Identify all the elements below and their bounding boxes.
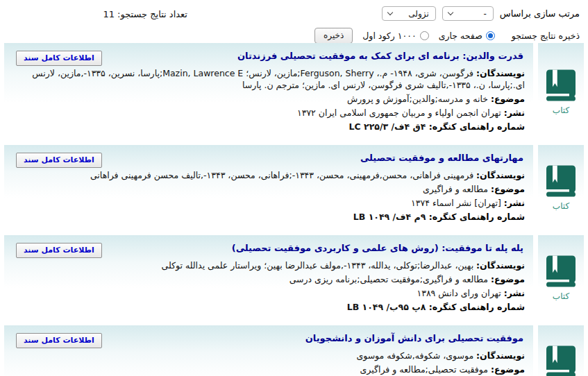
sort-row: مرتب سازی براساس - نزولی تعداد نتایج جست…	[0, 0, 588, 21]
save-button[interactable]: ذخیره	[314, 28, 353, 44]
publisher-label: نشر:	[504, 288, 525, 298]
publisher-line: نشر: [تهران] نشر اسماء ۱۳۷۴	[14, 197, 525, 209]
book-icon	[546, 255, 576, 288]
publisher-line: نشر: تهران انجمن اولیاء و مربیان جمهوری …	[14, 107, 525, 119]
full-info-button[interactable]: اطلاعات کامل سند	[16, 153, 102, 168]
publisher-value: تهران انجمن اولیاء و مربیان جمهوری اسلام…	[297, 108, 501, 118]
results-count: تعداد نتایج جستجو: 11	[103, 9, 187, 19]
save-option-first-1000[interactable]: ۱۰۰۰ رکود اول	[362, 31, 428, 41]
subject-label: موضوع:	[491, 364, 525, 375]
result-content: اطلاعات کامل سند قدرت والدین: برنامه ای …	[4, 43, 533, 140]
doc-type-label: کتاب	[553, 105, 569, 115]
doc-type-label: کتاب	[553, 291, 569, 301]
chevron-down-icon	[448, 10, 453, 15]
save-row: ذخیره نتایج جستجو صفحه جاری ۱۰۰۰ رکود او…	[0, 21, 588, 44]
sort-order-select[interactable]: نزولی	[382, 6, 436, 21]
save-option-first-1000-label: ۱۰۰۰ رکود اول	[362, 31, 416, 41]
toolbar: مرتب سازی براساس - نزولی تعداد نتایج جست…	[0, 0, 588, 43]
doc-type-box: کتاب	[538, 325, 584, 376]
subject-line: موضوع: خانه و مدرسه;والدین;آموزش و پرورش	[14, 93, 525, 105]
congress-value: ۴ق ۴ف/ LC ۲۲۵/۳	[349, 121, 426, 132]
authors-label: نویسندگان:	[476, 68, 525, 78]
congress-label: شماره راهنمای کنگره:	[429, 212, 525, 222]
subject-label: موضوع:	[491, 184, 525, 194]
doc-type-box: کتاب	[538, 43, 584, 140]
authors-label: نویسندگان:	[476, 260, 525, 271]
doc-type-box: کتاب	[538, 235, 584, 321]
result-row: کتاب اطلاعات کامل سند قدرت والدین: برنام…	[4, 43, 584, 140]
congress-value: ۸پ ۹۵ب/ LB ۱۰۴۹	[347, 302, 426, 312]
authors-line: نویسندگان: فرمهینی فراهانی، محسن,فرمهینی…	[14, 169, 525, 181]
save-option-current-page[interactable]: صفحه جاری	[439, 31, 495, 41]
subject-label: موضوع:	[491, 274, 525, 284]
publisher-value: تهران ورای دانش ۱۳۸۹	[417, 288, 501, 298]
radio-selected-icon[interactable]	[486, 31, 495, 40]
full-info-button[interactable]: اطلاعات کامل سند	[16, 333, 102, 348]
subject-value: مطالعه و فراگیری;موفقیت تحصیلی;برنامه ری…	[289, 274, 488, 284]
authors-value: فرگوسن، شری، ۱۹۴۸- م.، Ferguson, Sherry;…	[32, 68, 525, 90]
subject-value: مطالعه و فراگیری	[423, 184, 488, 194]
search-results-page: { "header": { "sort_label": "مرتب سازی ب…	[0, 0, 588, 376]
publisher-line: نشر: تهران ورای دانش ۱۳۸۹	[14, 287, 525, 299]
congress-label: شماره راهنمای کنگره:	[429, 121, 525, 132]
book-icon	[546, 69, 576, 102]
congress-value: ۹م ۴ف/ LB ۱۰۴۹	[353, 212, 426, 222]
subject-value: خانه و مدرسه;والدین;آموزش و پرورش	[347, 94, 488, 104]
authors-line: نویسندگان: فرگوسن، شری، ۱۹۴۸- م.، Fergus…	[14, 67, 525, 91]
result-row: کتاب اطلاعات کامل سند موفقیت تحصیلی برای…	[4, 325, 584, 376]
save-results-label: ذخیره نتایج جستجو	[512, 31, 580, 41]
subject-value: موفقیت تحصیلی;مطالعه و فراگیری	[360, 364, 488, 375]
congress-label: شماره راهنمای کنگره:	[429, 302, 525, 312]
result-row: کتاب اطلاعات کامل سند پله پله تا موفقیت:…	[4, 235, 584, 321]
book-icon	[546, 345, 576, 376]
sort-field-value: -	[483, 9, 486, 19]
authors-value: بهین، عبدالرضا;توکلی، یدالله، ۱۳۴۳-,مولف…	[162, 260, 474, 271]
congress-line: شماره راهنمای کنگره: ۸پ ۹۵ب/ LB ۱۰۴۹	[14, 301, 525, 313]
subject-line: موضوع: مطالعه و فراگیری;موفقیت تحصیلی;بر…	[14, 273, 525, 285]
full-info-button[interactable]: اطلاعات کامل سند	[16, 51, 102, 66]
sort-by-label: مرتب سازی براساس	[500, 8, 580, 19]
radio-unselected-icon[interactable]	[420, 31, 429, 40]
book-icon	[546, 164, 576, 198]
subject-line: موضوع: مطالعه و فراگیری	[14, 183, 525, 195]
results-list: کتاب اطلاعات کامل سند قدرت والدین: برنام…	[0, 43, 588, 376]
result-content: اطلاعات کامل سند موفقیت تحصیلی برای دانش…	[4, 325, 533, 376]
publisher-value: [تهران] نشر اسماء ۱۳۷۴	[411, 198, 501, 208]
full-info-button[interactable]: اطلاعات کامل سند	[16, 243, 102, 258]
subject-label: موضوع:	[491, 94, 525, 104]
result-content: اطلاعات کامل سند پله پله تا موفقیت: (روش…	[4, 235, 533, 321]
subject-line: موضوع: موفقیت تحصیلی;مطالعه و فراگیری	[14, 364, 525, 375]
sort-order-value: نزولی	[408, 9, 428, 19]
publisher-label: نشر:	[504, 198, 525, 208]
authors-label: نویسندگان:	[476, 170, 525, 180]
doc-type-box: کتاب	[538, 145, 584, 230]
save-option-current-page-label: صفحه جاری	[439, 31, 482, 41]
sort-field-select[interactable]: -	[442, 6, 494, 21]
authors-line: نویسندگان: موسوی، شکوفه,شکوفه موسوی	[14, 350, 525, 361]
congress-line: شماره راهنمای کنگره: ۹م ۴ف/ LB ۱۰۴۹	[14, 211, 525, 223]
result-row: کتاب اطلاعات کامل سند مهارتهای مطالعه و …	[4, 145, 584, 230]
congress-line: شماره راهنمای کنگره: ۴ق ۴ف/ LC ۲۲۵/۳	[14, 121, 525, 133]
authors-line: نویسندگان: بهین، عبدالرضا;توکلی، یدالله،…	[14, 259, 525, 271]
authors-label: نویسندگان:	[476, 350, 525, 361]
chevron-down-icon	[387, 10, 393, 15]
publisher-label: نشر:	[504, 108, 525, 118]
result-content: اطلاعات کامل سند مهارتهای مطالعه و موفقی…	[4, 145, 533, 230]
doc-type-label: کتاب	[553, 201, 569, 211]
authors-value: موسوی، شکوفه,شکوفه موسوی	[356, 350, 473, 361]
authors-value: فرمهینی فراهانی، محسن,فرمهینی، محسن، ۱۳۴…	[90, 170, 473, 180]
